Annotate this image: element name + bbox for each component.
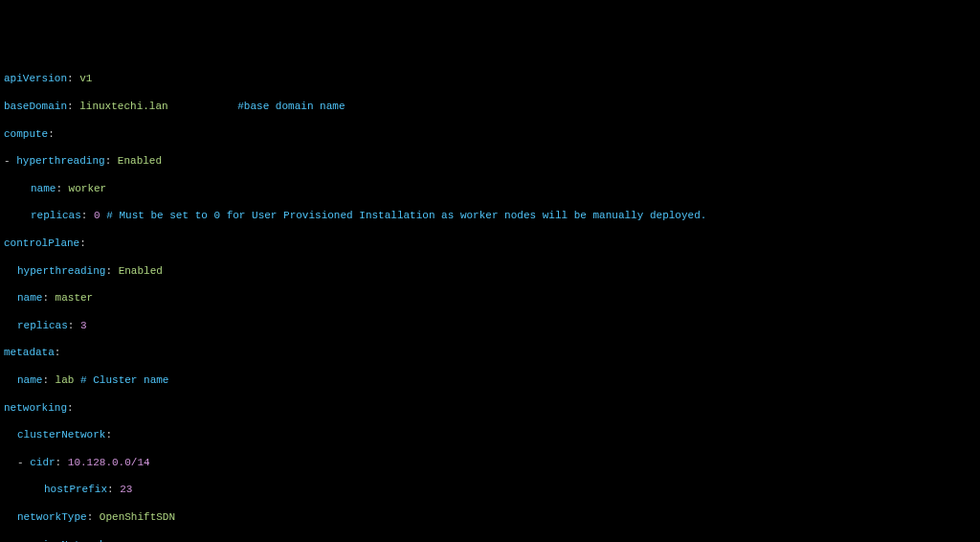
yaml-line: - cidr: 10.128.0.0/14 [4,456,976,469]
yaml-line: apiVersion: v1 [4,72,976,85]
yaml-line: networkType: OpenShiftSDN [4,510,976,524]
yaml-line: replicas: 3 [4,319,976,332]
yaml-line: name: master [4,291,976,305]
yaml-line: compute: [4,127,976,141]
yaml-line: hyperthreading: Enabled [4,264,976,278]
yaml-line: metadata: [4,346,976,359]
yaml-line: networking: [4,401,976,415]
yaml-line: name: lab # Cluster name [4,373,976,387]
yaml-line: - hyperthreading: Enabled [4,154,976,168]
yaml-line: controlPlane: [4,237,976,250]
yaml-line: replicas: 0 # Must be set to 0 for User … [4,209,976,222]
yaml-line: serviceNetwork: [4,538,976,542]
yaml-line: hostPrefix: 23 [4,483,976,496]
yaml-editor[interactable]: apiVersion: v1 baseDomain: linuxtechi.la… [4,58,976,542]
yaml-line: name: worker [4,182,976,195]
yaml-line: clusterNetwork: [4,428,976,441]
yaml-line: baseDomain: linuxtechi.lan #base domain … [4,100,976,113]
